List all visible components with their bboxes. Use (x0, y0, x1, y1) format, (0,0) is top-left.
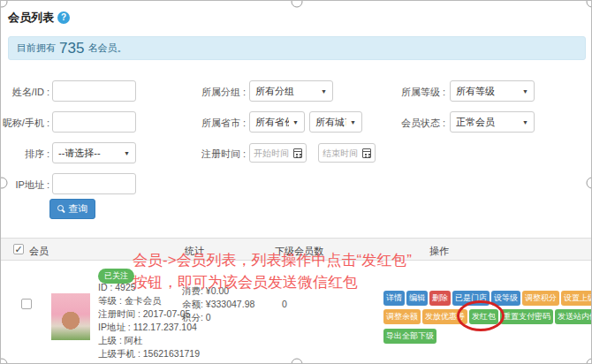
start-date-field[interactable] (249, 143, 307, 163)
edit-button[interactable]: 编辑 (406, 291, 428, 306)
select-all-checkbox[interactable]: ✓ (13, 244, 24, 254)
status-select[interactable]: 正常会员 ▼ (450, 111, 535, 133)
issue-coupon-button[interactable]: 发放优惠券 (422, 309, 467, 324)
member-level: 等级 : 金卡会员 (98, 295, 162, 307)
selection-handle-top-right[interactable] (587, 0, 592, 8)
chevron-down-icon: ▼ (292, 119, 299, 125)
status-label: 会员状态 : (383, 117, 445, 130)
chevron-down-icon: ▼ (124, 150, 130, 156)
chevron-down-icon: ▼ (522, 119, 528, 125)
search-icon (57, 205, 65, 213)
row-checkbox[interactable] (21, 299, 32, 309)
member-parent-phone: 上级手机 : 15621631719 (98, 348, 200, 360)
level-select-value: 所有等级 (456, 85, 519, 98)
calendar-icon[interactable] (362, 148, 371, 158)
nick-phone-label: 昵称/手机 : (0, 117, 49, 130)
nick-phone-input[interactable] (52, 111, 136, 133)
level-label: 所属等级 : (383, 86, 445, 99)
calendar-icon[interactable] (293, 148, 302, 158)
set-level-button[interactable]: 设等级 (491, 291, 520, 306)
member-reg-time: 注册时间 : 2017-07-05 (98, 308, 190, 321)
sort-select[interactable]: --请选择-- ▼ (52, 142, 136, 163)
region-label: 所属省市 : (184, 117, 246, 130)
member-parent: 上级 : 阿杜 (98, 335, 143, 347)
group-label: 所属分组 : (184, 86, 246, 99)
city-select[interactable]: 所有城市 ▼ (309, 111, 362, 133)
selection-handle-top-middle[interactable] (292, 0, 303, 8)
stat-points: 积分: 0 (182, 312, 211, 324)
member-count-value: 735 (59, 40, 84, 57)
selection-handle-top-left[interactable] (0, 0, 8, 8)
member-count-prefix: 目前拥有 (17, 42, 56, 55)
delete-button[interactable]: 删除 (429, 291, 451, 306)
member-count-banner: 目前拥有 735 名会员。 (8, 36, 586, 60)
status-select-value: 正常会员 (456, 116, 519, 129)
selection-handle-bottom-left[interactable] (0, 359, 8, 364)
sort-label: 排序 : (0, 148, 49, 161)
level-select[interactable]: 所有等级 ▼ (450, 80, 535, 102)
member-id: ID : 4925 (98, 282, 136, 292)
send-red-packet-button[interactable]: 发红包 (469, 309, 498, 324)
set-parent-button[interactable]: 设置上级 (561, 291, 592, 306)
name-id-label: 姓名/ID : (0, 86, 49, 99)
stat-balance: 余额: ¥333047.98 (182, 299, 254, 311)
column-header-member: 会员 (29, 245, 49, 258)
selection-handle-bottom-right[interactable] (587, 359, 592, 364)
search-button[interactable]: 查询 (49, 199, 95, 219)
chevron-down-icon: ▼ (321, 88, 327, 95)
search-button-label: 查询 (69, 202, 88, 216)
export-subordinates-button[interactable]: 导出全部下级 (383, 329, 436, 344)
city-select-value: 所有城市 (315, 116, 346, 129)
adjust-points-button[interactable]: 调整积分 (522, 291, 559, 306)
name-id-input[interactable] (52, 80, 136, 102)
group-select-value: 所有分组 (255, 85, 317, 98)
action-buttons-row-2: 调整余额 发放优惠券 发红包 重置支付密码 发送站内信 (383, 309, 592, 324)
selection-handle-bottom-middle[interactable] (292, 359, 303, 364)
sub-member-count: 0 (282, 299, 287, 309)
page-title: 会员列表? (8, 10, 70, 26)
page-title-text: 会员列表 (8, 11, 54, 24)
action-buttons-row-3: 导出全部下级 (383, 329, 436, 344)
ip-input[interactable] (52, 173, 136, 194)
column-header-actions: 操作 (429, 245, 449, 258)
send-site-message-button[interactable]: 发送站内信 (555, 309, 592, 324)
screenshot-frame: 会员列表? 目前拥有 735 名会员。 姓名/ID : 昵称/手机 : 排序 :… (0, 0, 592, 364)
detail-button[interactable]: 详情 (383, 291, 405, 306)
selection-handle-mid-right[interactable] (587, 178, 592, 189)
action-buttons-row-1: 详情 编辑 删除 已是门店 设等级 调整积分 设置上级 (383, 291, 592, 306)
member-count-suffix: 名会员。 (87, 42, 126, 55)
annotation-line-2: 按钮，即可为该会员发送微信红包 (133, 272, 358, 292)
annotation-line-1: 会员->会员列表，列表操作中点击“发红包” (133, 250, 412, 270)
chevron-down-icon: ▼ (522, 88, 528, 95)
reset-pay-password-button[interactable]: 重置支付密码 (500, 309, 553, 324)
ip-label: IP地址 : (0, 178, 49, 192)
chevron-down-icon: ▼ (350, 119, 356, 125)
start-date-input[interactable] (254, 148, 293, 158)
reg-time-label: 注册时间 : (184, 148, 246, 161)
adjust-balance-button[interactable]: 调整余额 (383, 309, 421, 324)
end-date-field[interactable] (318, 143, 376, 163)
province-select[interactable]: 所有省份 ▼ (249, 111, 305, 133)
help-icon[interactable]: ? (57, 11, 70, 24)
province-select-value: 所有省份 (255, 116, 289, 129)
end-date-input[interactable] (323, 148, 362, 158)
group-select[interactable]: 所有分组 ▼ (249, 80, 333, 102)
already-store-button[interactable]: 已是门店 (452, 291, 490, 306)
member-avatar (51, 293, 90, 340)
sort-select-value: --请选择-- (58, 147, 120, 160)
